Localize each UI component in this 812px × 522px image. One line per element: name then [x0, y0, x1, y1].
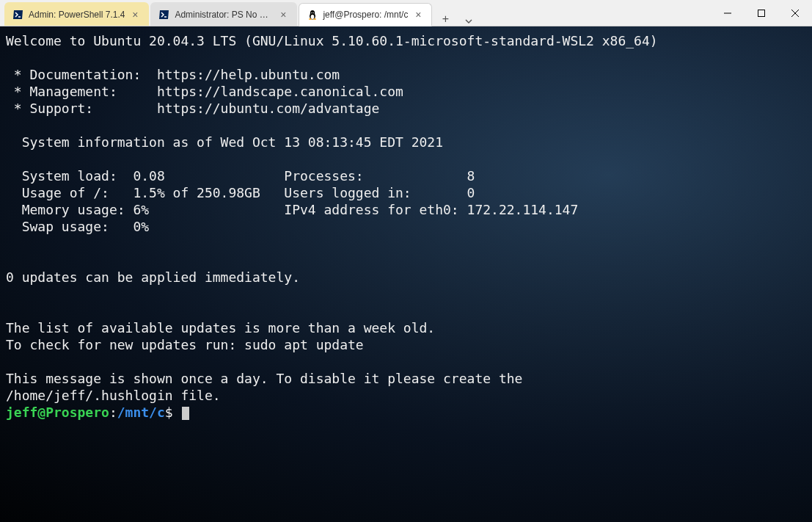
close-icon[interactable]: ×: [412, 9, 424, 21]
chevron-down-icon: [464, 17, 473, 26]
prompt-dollar: $: [165, 405, 181, 420]
motd-doc-label: * Documentation:: [6, 67, 157, 82]
maximize-button[interactable]: [745, 0, 778, 26]
svg-point-5: [312, 12, 312, 13]
tab-powershell-noprofile[interactable]: Administrator: PS No Profile ×: [150, 2, 297, 26]
prompt-path: /mnt/c: [117, 405, 165, 420]
svg-rect-9: [758, 10, 765, 17]
tab-strip: Admin: PowerShell 7.1.4 × Administrator:…: [0, 0, 711, 26]
terminal-window: Admin: PowerShell 7.1.4 × Administrator:…: [0, 0, 812, 522]
tab-label: jeff@Prospero: /mnt/c: [323, 10, 408, 20]
motd-sup-label: * Support:: [6, 101, 157, 116]
motd-mgmt-label: * Management:: [6, 84, 157, 99]
sysinfo-line: Usage of /: 1.5% of 250.98GB Users logge…: [6, 185, 475, 200]
sysinfo-line: System load: 0.08 Processes: 8: [6, 168, 475, 184]
sysinfo-line: Swap usage: 0%: [6, 219, 149, 234]
svg-point-7: [309, 18, 312, 20]
motd-sup-url: https://ubuntu.com/advantage: [157, 101, 379, 116]
maximize-icon: [758, 10, 765, 17]
svg-point-6: [313, 12, 314, 13]
new-tab-button[interactable]: +: [434, 12, 457, 26]
daily-message-line: /home/jeff/.hushlogin file.: [6, 388, 221, 403]
tab-linux-wsl[interactable]: jeff@Prospero: /mnt/c ×: [299, 3, 432, 26]
stale-updates-line: To check for new updates run: sudo apt u…: [6, 337, 364, 352]
svg-point-8: [313, 18, 316, 20]
close-icon[interactable]: ×: [277, 9, 289, 21]
sysinfo-header: System information as of Wed Oct 13 08:1…: [6, 134, 443, 150]
close-icon[interactable]: ×: [129, 9, 141, 21]
powershell-icon: [158, 9, 170, 21]
tux-icon: [307, 9, 318, 21]
motd-mgmt-url: https://landscape.canonical.com: [157, 84, 403, 99]
sysinfo-line: Memory usage: 6% IPv4 address for eth0: …: [6, 202, 578, 217]
tab-label: Administrator: PS No Profile: [175, 10, 273, 20]
motd-welcome: Welcome to Ubuntu 20.04.3 LTS (GNU/Linux…: [6, 33, 658, 48]
updates-line: 0 updates can be applied immediately.: [6, 269, 300, 285]
tab-powershell-admin[interactable]: Admin: PowerShell 7.1.4 ×: [4, 2, 149, 26]
daily-message-line: This message is shown once a day. To dis…: [6, 371, 522, 386]
close-icon: [791, 10, 799, 17]
cursor: [182, 407, 189, 420]
window-controls: [711, 0, 812, 26]
terminal-pane[interactable]: Welcome to Ubuntu 20.04.3 LTS (GNU/Linux…: [0, 26, 812, 522]
stale-updates-line: The list of available updates is more th…: [6, 320, 435, 336]
tab-dropdown-button[interactable]: [457, 17, 480, 26]
titlebar: Admin: PowerShell 7.1.4 × Administrator:…: [0, 0, 812, 26]
powershell-icon: [12, 9, 24, 21]
prompt-colon: :: [109, 405, 117, 420]
motd-doc-url: https://help.ubuntu.com: [157, 67, 340, 82]
tab-label: Admin: PowerShell 7.1.4: [29, 10, 125, 20]
minimize-icon: [724, 10, 731, 17]
prompt-userhost: jeff@Prospero: [6, 405, 109, 420]
minimize-button[interactable]: [711, 0, 745, 26]
close-window-button[interactable]: [778, 0, 812, 26]
svg-point-2: [311, 15, 315, 19]
